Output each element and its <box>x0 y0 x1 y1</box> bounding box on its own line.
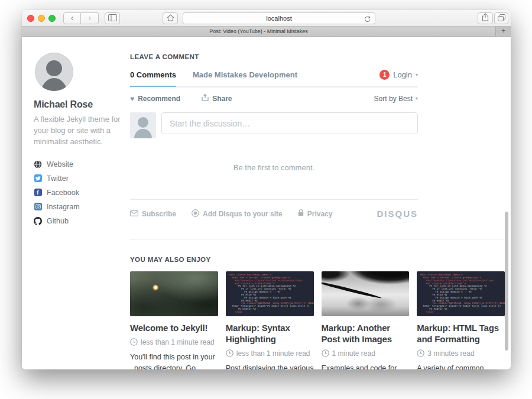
sidebar-link-label: Facebook <box>47 189 79 197</box>
section-divider <box>130 239 505 240</box>
recommend-label: Recommend <box>138 95 180 103</box>
tab-community[interactable]: Made Mistakes Development <box>193 70 297 79</box>
comment-input[interactable] <box>161 112 418 134</box>
read-time: 3 minutes read <box>427 349 474 358</box>
page-content: Michael Rose A flexible Jekyll theme for… <box>22 37 511 369</box>
avatar-shoulders-shape <box>134 129 152 138</box>
browser-window: ‹ › localhost <box>22 10 511 369</box>
sidebar-icon <box>108 13 117 24</box>
read-time: less than 1 minute read <box>141 338 215 346</box>
related-post-card[interactable]: Markup: Another Post with Images 1 minut… <box>322 271 410 369</box>
clock-icon <box>130 338 138 346</box>
post-excerpt: You'll find this post in your _posts dir… <box>130 352 218 369</box>
author-sidebar: Michael Rose A flexible Jekyll theme for… <box>34 53 126 228</box>
screenshot-stage: ‹ › localhost <box>0 0 532 399</box>
post-title[interactable]: Markup: Syntax Highlighting <box>226 323 314 345</box>
fullscreen-window-button[interactable] <box>48 15 56 22</box>
chevron-down-icon: ▾ <box>416 96 418 101</box>
clock-icon <box>226 349 233 357</box>
post-meta: less than 1 minute read <box>130 338 218 346</box>
tabs-icon <box>498 13 505 24</box>
empty-state-message: Be the first to comment. <box>130 163 418 172</box>
author-avatar <box>35 53 73 91</box>
clock-icon <box>322 349 329 357</box>
sidebar-link-instagram[interactable]: Instagram <box>34 200 126 214</box>
post-title[interactable]: Markup: HTML Tags and Formatting <box>417 323 505 345</box>
recommend-button[interactable]: ♥ Recommend <box>130 95 180 103</box>
home-button[interactable] <box>163 12 178 24</box>
globe-icon <box>34 160 42 168</box>
envelope-icon <box>130 210 138 218</box>
disqus-d-icon <box>192 209 199 219</box>
post-excerpt: Examples and code for displaying images … <box>322 363 410 370</box>
share-button[interactable] <box>478 12 493 24</box>
browser-toolbar: ‹ › localhost <box>22 10 511 27</box>
post-thumbnail-code-screenshot[interactable]: <div class="masthead__menu"> <nav id="si… <box>417 271 505 316</box>
page-scrollbar[interactable] <box>505 212 508 351</box>
active-tab[interactable]: Post: Video (YouTube) - Minimal Mistakes <box>22 27 495 36</box>
twitter-icon <box>34 174 42 183</box>
share-label: Share <box>212 95 232 103</box>
sort-label: Sort by Best <box>374 95 413 103</box>
related-post-card[interactable]: Welcome to Jekyll! less than 1 minute re… <box>130 271 218 369</box>
disqus-logo[interactable]: DISQUS <box>377 209 418 219</box>
heart-icon: ♥ <box>130 95 134 103</box>
avatar-head-shape <box>138 117 148 128</box>
minimize-window-button[interactable] <box>38 15 45 22</box>
sidebar-link-label: Website <box>47 160 73 168</box>
subscribe-link[interactable]: Subscribe <box>130 210 176 218</box>
sidebar-toggle-button[interactable] <box>105 12 120 24</box>
sidebar-link-facebook[interactable]: f Facebook <box>34 186 126 200</box>
avatar-shoulders-shape <box>41 78 67 91</box>
post-meta: less than 1 minute read <box>226 349 314 358</box>
address-bar[interactable]: localhost <box>183 12 375 24</box>
history-nav-group: ‹ › <box>63 12 99 24</box>
avatar-head-shape <box>46 60 62 76</box>
facebook-icon: f <box>34 189 42 197</box>
refresh-button[interactable] <box>364 15 371 25</box>
related-posts-grid: Welcome to Jekyll! less than 1 minute re… <box>130 271 505 369</box>
post-title[interactable]: Markup: Another Post with Images <box>322 323 410 345</box>
share-arrow-icon <box>202 94 209 103</box>
add-disqus-link[interactable]: Add Disqus to your site <box>192 209 283 219</box>
new-tab-button[interactable]: + <box>495 27 511 36</box>
disqus-embed: 0 Comments Made Mistakes Development 1 L… <box>130 70 418 219</box>
post-thumbnail-code-screenshot[interactable]: <div class="masthead__menu"> <nav id="si… <box>226 271 314 316</box>
related-post-card[interactable]: <div class="masthead__menu"> <nav id="si… <box>226 271 314 369</box>
post-meta: 1 minute read <box>322 349 410 358</box>
notification-badge[interactable]: 1 <box>379 70 390 80</box>
post-excerpt: Post displaying the various ways of high… <box>226 363 314 370</box>
privacy-label: Privacy <box>307 210 333 218</box>
add-disqus-label: Add Disqus to your site <box>203 210 283 218</box>
tab-comment-count[interactable]: 0 Comments <box>130 70 176 79</box>
sidebar-link-label: Instagram <box>47 203 80 211</box>
url-text: localhost <box>266 15 291 22</box>
disqus-tabs: 0 Comments Made Mistakes Development 1 L… <box>130 70 418 87</box>
privacy-link[interactable]: Privacy <box>298 209 333 218</box>
tab-bar: Post: Video (YouTube) - Minimal Mistakes… <box>22 27 511 37</box>
login-label: Login <box>393 70 412 79</box>
sidebar-link-website[interactable]: Website <box>34 157 126 171</box>
post-thumbnail-green-macro[interactable] <box>130 271 218 316</box>
comments-heading: LEAVE A COMMENT <box>130 53 505 60</box>
sidebar-link-label: Github <box>47 217 69 225</box>
author-links: Website Twitter f Facebook <box>34 157 126 228</box>
subscribe-label: Subscribe <box>142 210 176 218</box>
sidebar-link-label: Twitter <box>47 174 69 183</box>
tab-overview-button[interactable] <box>494 12 508 24</box>
forward-button[interactable]: › <box>81 12 99 24</box>
sidebar-link-github[interactable]: Github <box>34 214 126 228</box>
post-meta: 3 minutes read <box>417 349 505 358</box>
disqus-share-button[interactable]: Share <box>202 94 232 103</box>
close-window-button[interactable] <box>27 15 34 22</box>
login-control[interactable]: 1 Login ▾ <box>379 70 418 80</box>
post-title[interactable]: Welcome to Jekyll! <box>130 323 218 334</box>
main-column: LEAVE A COMMENT 0 Comments Made Mistakes… <box>130 53 505 369</box>
sort-control[interactable]: Sort by Best ▾ <box>374 95 418 103</box>
back-button[interactable]: ‹ <box>63 12 81 24</box>
post-thumbnail-foggy-landscape[interactable] <box>322 271 410 316</box>
home-icon <box>167 13 174 24</box>
related-post-card[interactable]: <div class="masthead__menu"> <nav id="si… <box>417 271 505 369</box>
github-icon <box>34 217 42 225</box>
sidebar-link-twitter[interactable]: Twitter <box>34 171 126 186</box>
